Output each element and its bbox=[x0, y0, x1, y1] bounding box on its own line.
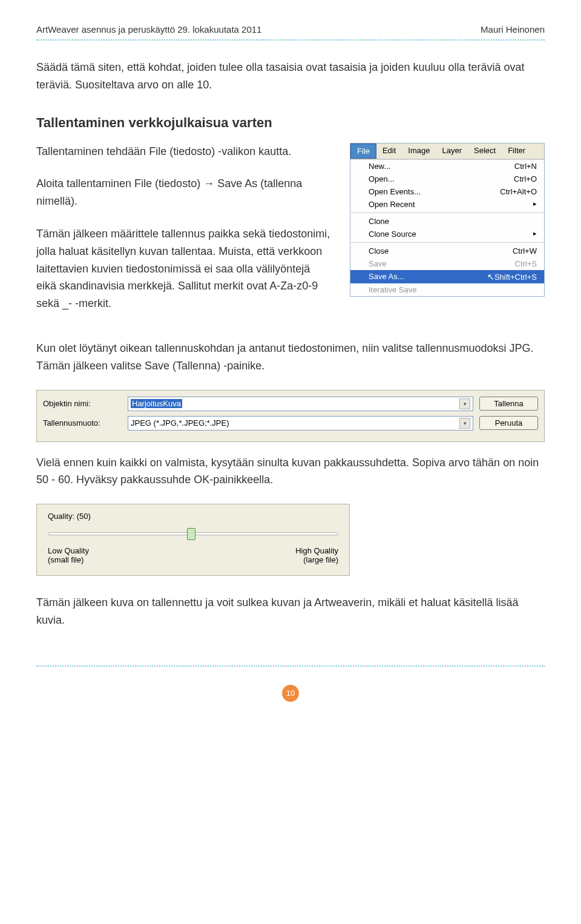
menu-item-label: Iterative Save bbox=[369, 285, 417, 294]
quality-high-label: High Quality (large file) bbox=[295, 546, 338, 564]
menu-item-label: Save bbox=[369, 259, 387, 268]
menu-item-save-as[interactable]: Save As... ↖Shift+Ctrl+S bbox=[350, 270, 544, 283]
menu-item-shortcut: Ctrl+N bbox=[514, 162, 537, 171]
section-heading: Tallentaminen verkkojulkaisua varten bbox=[36, 115, 545, 131]
submenu-arrow-icon: ▸ bbox=[533, 229, 537, 239]
menu-file[interactable]: File bbox=[350, 144, 376, 159]
menu-item-label: Open Events... bbox=[369, 187, 421, 196]
quality-dialog-screenshot: Quality: (50) Low Quality (small file) H… bbox=[36, 504, 350, 576]
menu-item-shortcut: Ctrl+S bbox=[515, 259, 537, 268]
menu-item-shortcut: Shift+Ctrl+S bbox=[494, 272, 537, 282]
quality-low-label: Low Quality (small file) bbox=[48, 546, 89, 564]
menu-select[interactable]: Select bbox=[468, 144, 502, 159]
menu-item-shortcut: Ctrl+W bbox=[513, 246, 537, 256]
paragraph-6: Vielä ennen kuin kaikki on valmista, kys… bbox=[36, 454, 545, 489]
menu-item-label: Open Recent bbox=[369, 200, 415, 209]
quality-high-line1: High Quality bbox=[295, 546, 338, 555]
quality-slider[interactable] bbox=[48, 527, 338, 539]
quality-low-line2: (small file) bbox=[48, 555, 89, 564]
menu-item-close[interactable]: Close Ctrl+W bbox=[350, 242, 544, 257]
paragraph-2: Tallentaminen tehdään File (tiedosto) -v… bbox=[36, 143, 332, 160]
paragraph-7: Tämän jälkeen kuva on tallennettu ja voi… bbox=[36, 594, 545, 629]
file-menu-screenshot: File Edit Image Layer Select Filter New.… bbox=[350, 143, 545, 297]
slider-thumb[interactable] bbox=[187, 528, 195, 540]
cancel-button[interactable]: Peruuta bbox=[479, 416, 538, 430]
menu-image[interactable]: Image bbox=[402, 144, 436, 159]
footer-divider bbox=[36, 665, 545, 667]
save-button[interactable]: Tallenna bbox=[479, 397, 538, 411]
menu-item-label: Save As... bbox=[369, 272, 404, 282]
menu-layer[interactable]: Layer bbox=[436, 144, 468, 159]
filename-label: Objektin nimi: bbox=[43, 399, 122, 408]
menu-item-label: New... bbox=[369, 162, 390, 171]
paragraph-5: Kun olet löytänyt oikean tallennuskohdan… bbox=[36, 340, 545, 375]
dropdown-arrow-icon[interactable]: ▾ bbox=[459, 398, 470, 409]
intro-paragraph: Säädä tämä siten, että kohdat, joiden tu… bbox=[36, 59, 545, 94]
menu-filter[interactable]: Filter bbox=[502, 144, 531, 159]
submenu-arrow-icon: ▸ bbox=[533, 200, 537, 209]
page-header: ArtWeaver asennus ja peruskäyttö 29. lok… bbox=[36, 24, 545, 35]
paragraph-4: Tämän jälkeen määrittele tallennus paikk… bbox=[36, 225, 332, 312]
menu-edit[interactable]: Edit bbox=[376, 144, 402, 159]
menu-item-shortcut: Ctrl+O bbox=[514, 174, 537, 183]
quality-high-line2: (large file) bbox=[295, 555, 338, 564]
menu-item-clone[interactable]: Clone bbox=[350, 213, 544, 228]
menu-item-label: Close bbox=[369, 246, 389, 256]
page-number: 10 bbox=[282, 685, 299, 702]
filename-value: HarjoitusKuva bbox=[131, 399, 182, 408]
menu-bar: File Edit Image Layer Select Filter bbox=[350, 144, 544, 159]
cursor-icon: ↖ bbox=[487, 272, 494, 282]
menu-item-open-recent[interactable]: Open Recent ▸ bbox=[350, 198, 544, 211]
format-value: JPEG (*.JPG,*.JPEG;*.JPE) bbox=[131, 418, 229, 427]
paragraph-3: Aloita tallentaminen File (tiedosto) → S… bbox=[36, 175, 332, 210]
header-right: Mauri Heinonen bbox=[481, 24, 545, 35]
menu-item-label: Clone bbox=[369, 217, 389, 226]
menu-item-shortcut: Ctrl+Alt+O bbox=[500, 187, 537, 196]
menu-item-new[interactable]: New... Ctrl+N bbox=[350, 160, 544, 173]
header-divider bbox=[36, 39, 545, 41]
menu-item-label: Open... bbox=[369, 174, 395, 183]
menu-item-label: Clone Source bbox=[369, 229, 416, 239]
menu-item-clone-source[interactable]: Clone Source ▸ bbox=[350, 228, 544, 240]
menu-item-save: Save Ctrl+S bbox=[350, 257, 544, 270]
filename-input[interactable]: HarjoitusKuva ▾ bbox=[128, 397, 473, 411]
format-select[interactable]: JPEG (*.JPG,*.JPEG;*.JPE) ▾ bbox=[128, 416, 473, 431]
quality-title: Quality: (50) bbox=[48, 512, 338, 521]
header-left: ArtWeaver asennus ja peruskäyttö 29. lok… bbox=[36, 24, 261, 35]
save-dialog-screenshot: Objektin nimi: HarjoitusKuva ▾ Tallenna … bbox=[36, 390, 545, 442]
menu-item-open-events[interactable]: Open Events... Ctrl+Alt+O bbox=[350, 185, 544, 198]
quality-low-line1: Low Quality bbox=[48, 546, 89, 555]
format-label: Tallennusmuoto: bbox=[43, 418, 122, 427]
dropdown-arrow-icon[interactable]: ▾ bbox=[459, 418, 470, 429]
menu-item-open[interactable]: Open... Ctrl+O bbox=[350, 173, 544, 185]
menu-dropdown: New... Ctrl+N Open... Ctrl+O Open Events… bbox=[350, 159, 544, 296]
menu-item-iterative-save: Iterative Save bbox=[350, 283, 544, 296]
